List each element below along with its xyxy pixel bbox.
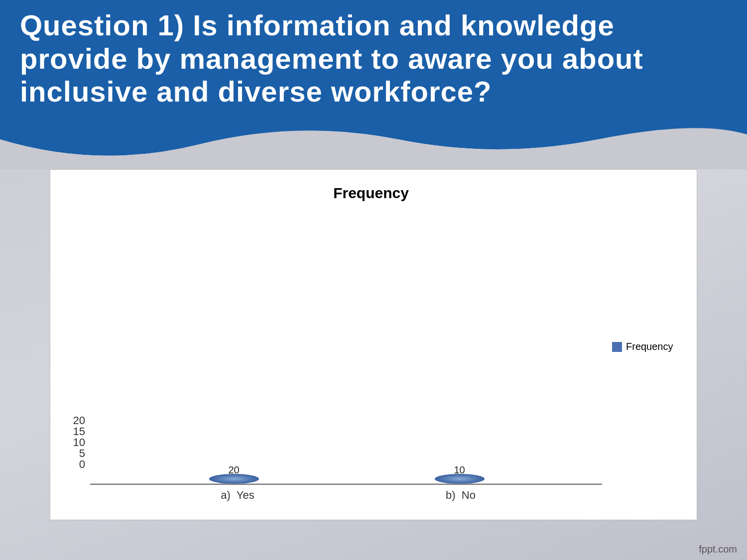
bar-group-no: 10 bbox=[435, 464, 485, 484]
header-line3: inclusive and diverse workforce? bbox=[20, 75, 727, 109]
header-wave-svg bbox=[0, 110, 747, 169]
chart-legend: Frequency bbox=[602, 212, 682, 502]
x-axis-row: a) Yes b) No bbox=[60, 485, 602, 502]
y-label-20: 20 bbox=[73, 415, 85, 426]
x-axis-labels: a) Yes b) No bbox=[95, 485, 602, 502]
y-label-15: 15 bbox=[73, 426, 85, 437]
chart-inner: 20 15 10 5 0 2 bbox=[60, 212, 602, 502]
bar-no-top bbox=[435, 474, 485, 484]
x-label-yes: a) Yes bbox=[213, 489, 262, 502]
grid-line-5 bbox=[91, 483, 602, 484]
legend-item-frequency: Frequency bbox=[612, 341, 672, 352]
y-label-0: 0 bbox=[79, 459, 85, 470]
chart-plot: 20 15 10 5 0 2 bbox=[60, 212, 602, 485]
y-label-10: 10 bbox=[73, 437, 85, 448]
bar-group-yes: 20 bbox=[209, 464, 259, 484]
grid-line-top bbox=[91, 484, 602, 484]
header-text: Question 1) Is information and knowledge… bbox=[20, 9, 727, 109]
header-line2: provide by management to aware you about bbox=[20, 42, 727, 76]
bar-yes-3d bbox=[209, 479, 259, 484]
footer-text: fppt.com bbox=[699, 544, 737, 555]
chart-title: Frequency bbox=[60, 185, 682, 202]
chart-container: Frequency 20 15 10 5 0 bbox=[50, 169, 697, 520]
x-label-no: b) No bbox=[436, 489, 486, 502]
chart-area: 20 15 10 5 0 2 bbox=[60, 212, 682, 502]
bar-no-3d bbox=[435, 479, 485, 484]
y-axis: 20 15 10 5 0 bbox=[60, 415, 90, 485]
bar-yes-top bbox=[209, 474, 259, 484]
y-label-5: 5 bbox=[79, 448, 85, 459]
plot-area: 20 10 bbox=[90, 484, 602, 485]
header-line1: Question 1) Is information and knowledge bbox=[20, 9, 727, 42]
legend-color-swatch bbox=[612, 342, 622, 352]
legend-label: Frequency bbox=[626, 341, 673, 352]
